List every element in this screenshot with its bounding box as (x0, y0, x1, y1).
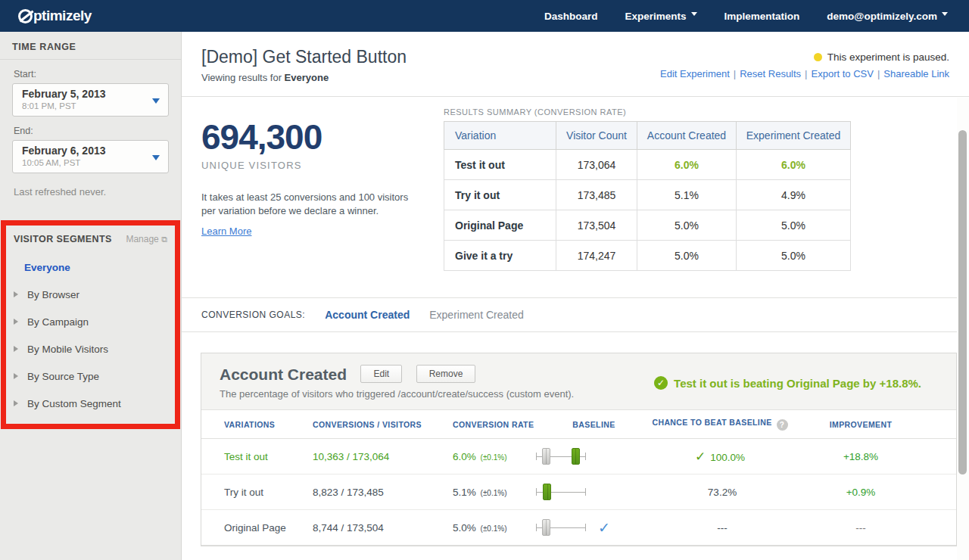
edit-experiment-link[interactable]: Edit Experiment (660, 68, 730, 79)
baseline-chart (536, 446, 652, 466)
conversion-rate: 6.0% (±0.1%) (453, 451, 536, 462)
goal-table-header: VARIATIONS CONVERSIONS / VISITORS CONVER… (201, 410, 956, 439)
nav-menu: Dashboard Experiments Implementation dem… (544, 11, 948, 22)
variation-name: Original Page (444, 210, 556, 241)
baseline-chart (536, 482, 652, 502)
nav-item-experiments[interactable]: Experiments (625, 11, 697, 22)
end-label: End: (14, 126, 169, 136)
tab-account-created[interactable]: Account Created (325, 309, 410, 321)
nav-item-account[interactable]: demo@optimizely.com (827, 11, 948, 22)
conversions-visitors: 8,823 / 173,485 (313, 487, 453, 498)
baseline-gray-box (542, 448, 550, 465)
triangle-right-icon (14, 346, 21, 352)
baseline-gray-box (542, 519, 550, 536)
check-circle-icon: ✓ (654, 376, 668, 390)
segment-item-by-browser[interactable]: By Browser (6, 281, 175, 308)
end-time-value: 10:05 AM, PST (22, 157, 147, 168)
table-row: Try it out 8,823 / 173,485 5.1% (±0.1%) … (201, 474, 956, 510)
sidebar: TIME RANGE Start: February 5, 2013 8:01 … (0, 32, 182, 560)
manage-segments-link[interactable]: Manage ⧉ (126, 234, 167, 244)
chance-to-beat: 73.2% (652, 484, 788, 499)
conversion-goals-label: CONVERSION GOALS: (201, 310, 305, 320)
help-icon[interactable]: ? (777, 419, 788, 431)
chevron-down-icon (691, 12, 697, 19)
variation-name: Try it out (444, 180, 556, 210)
end-date-value: February 6, 2013 (22, 145, 147, 157)
panel-header: Account Created Edit Remove The percenta… (201, 353, 956, 410)
external-link-icon: ⧉ (161, 235, 167, 244)
conversion-rate: 5.1% (±0.1%) (453, 487, 536, 498)
variation-name: Original Page (224, 522, 313, 534)
table-row: Original Page 173,504 5.0% 5.0% (444, 210, 851, 241)
learn-more-link[interactable]: Learn More (201, 226, 251, 237)
col-conversion-rate: CONVERSION RATE (453, 420, 536, 429)
triangle-right-icon (14, 400, 21, 406)
last-refreshed-text: Last refreshed never. (14, 186, 169, 198)
variation-name: Test it out (224, 451, 313, 462)
page-header: [Demo] Get Started Button Viewing result… (182, 32, 969, 97)
summary-col-experiment-created: Experiment Created (737, 122, 851, 150)
baseline-green-box (543, 484, 551, 500)
remove-goal-button[interactable]: Remove (416, 365, 476, 383)
variation-name: Try it out (224, 487, 313, 498)
header-links: Edit Experiment|Reset Results|Export to … (660, 68, 949, 79)
visitor-segments-title: VISITOR SEGMENTS (14, 234, 112, 244)
col-conversions-visitors: CONVERSIONS / VISITORS (313, 420, 453, 429)
summary-col-account-created: Account Created (637, 122, 737, 150)
visitor-count: 173,485 (556, 180, 637, 210)
shareable-link[interactable]: Shareable Link (883, 68, 949, 79)
segment-item-by-mobile-visitors[interactable]: By Mobile Visitors (6, 335, 175, 362)
chevron-down-icon (152, 155, 160, 164)
account-created-rate: 5.0% (637, 210, 737, 241)
improvement: +18.8% (788, 451, 933, 462)
experiment-created-rate: 4.9% (737, 180, 851, 210)
baseline-chart: ✓ (536, 518, 652, 537)
tab-experiment-created[interactable]: Experiment Created (429, 309, 524, 321)
table-row: Test it out 173,064 6.0% 6.0% (444, 150, 851, 180)
nav-item-implementation[interactable]: Implementation (724, 11, 800, 22)
account-created-rate: 5.0% (637, 241, 737, 271)
edit-goal-button[interactable]: Edit (360, 365, 402, 383)
end-date-select[interactable]: February 6, 2013 10:05 AM, PST (12, 140, 169, 173)
segment-item-by-custom-segment[interactable]: By Custom Segment (6, 390, 175, 417)
unique-visitors-count: 694,300 (201, 117, 444, 157)
experiment-status: This experiment is paused. (660, 51, 949, 63)
start-date-select[interactable]: February 5, 2013 8:01 PM, PST (12, 83, 169, 117)
table-row: Test it out 10,363 / 173,064 6.0% (±0.1%… (201, 439, 956, 474)
conversions-visitors: 8,744 / 173,504 (313, 522, 453, 534)
start-label: Start: (14, 69, 169, 79)
segment-list: Everyone By Browser By Campaign By Mobil… (6, 254, 175, 417)
results-summary-table: Variation Visitor Count Account Created … (444, 121, 851, 271)
triangle-right-icon (14, 291, 21, 297)
variation-name: Give it a try (444, 241, 556, 271)
scrollbar-track[interactable] (957, 98, 969, 560)
optimizely-logo-text: ptimizely (33, 8, 92, 24)
segment-item-everyone[interactable]: Everyone (6, 254, 175, 281)
segment-item-by-campaign[interactable]: By Campaign (6, 308, 175, 335)
account-created-panel: Account Created Edit Remove The percenta… (201, 353, 957, 546)
variation-name: Test it out (444, 150, 556, 180)
conversion-goals-bar: CONVERSION GOALS: Account Created Experi… (182, 297, 969, 332)
time-range-title: TIME RANGE (0, 32, 181, 60)
col-baseline: BASELINE (536, 420, 652, 429)
scrollbar-thumb[interactable] (958, 130, 967, 474)
optimizely-logo[interactable]: ptimizely (18, 8, 92, 24)
start-date-value: February 5, 2013 (22, 88, 147, 101)
reset-results-link[interactable]: Reset Results (740, 68, 801, 79)
account-created-rate: 5.1% (637, 180, 737, 210)
table-row: Try it out 173,485 5.1% 4.9% (444, 180, 851, 210)
nav-item-dashboard[interactable]: Dashboard (544, 11, 598, 22)
check-icon: ✓ (695, 450, 706, 464)
experiment-created-rate: 6.0% (737, 150, 851, 180)
conversion-rate: 5.0% (±0.1%) (453, 522, 536, 534)
chevron-down-icon (942, 12, 948, 19)
segment-item-by-source-type[interactable]: By Source Type (6, 362, 175, 390)
visitor-count: 174,247 (556, 241, 637, 271)
baseline-check-icon: ✓ (598, 519, 610, 537)
visitor-segments-highlight: VISITOR SEGMENTS Manage ⧉ Everyone By Br… (1, 220, 180, 429)
start-time-value: 8:01 PM, PST (22, 101, 147, 111)
results-summary: RESULTS SUMMARY (CONVERSION RATE) Variat… (444, 97, 851, 271)
account-created-rate: 6.0% (637, 150, 737, 180)
col-variations: VARIATIONS (224, 420, 313, 429)
export-csv-link[interactable]: Export to CSV (812, 68, 874, 79)
